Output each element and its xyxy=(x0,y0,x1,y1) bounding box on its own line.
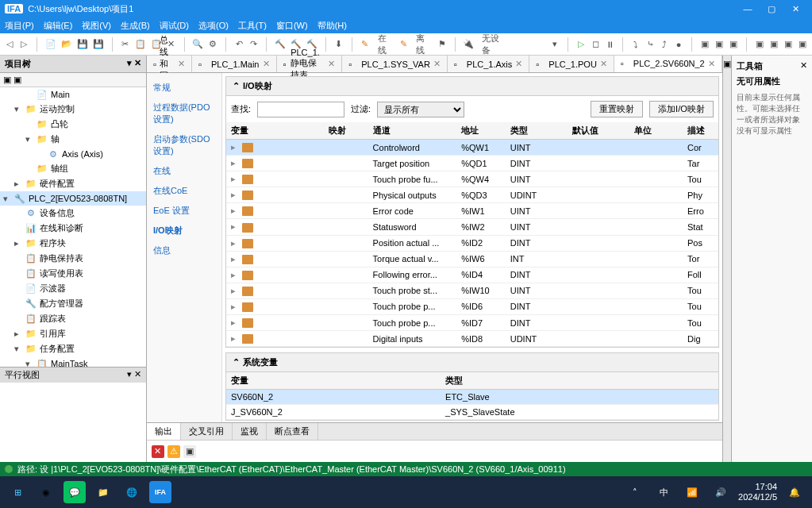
tool3-icon[interactable]: ▣ xyxy=(729,38,738,51)
close-button[interactable]: ✕ xyxy=(783,4,807,14)
editor-tab[interactable]: ▫PLC_1.POU✕ xyxy=(529,56,614,72)
tree-item[interactable]: ▾📁轴 xyxy=(0,132,146,147)
undo-icon[interactable]: ↶ xyxy=(234,38,244,51)
menu-options[interactable]: 选项(O) xyxy=(198,20,229,32)
download-icon[interactable]: ⬇ xyxy=(334,38,344,51)
tree-item[interactable]: ⚙Axis (Axis) xyxy=(0,147,146,161)
filter-select[interactable]: 显示所有 xyxy=(377,102,464,117)
save-all-icon[interactable]: 💾 xyxy=(93,38,104,51)
table-row[interactable]: ▸Target position%QD1DINTTar xyxy=(226,156,718,171)
tree-item[interactable]: 📄示波器 xyxy=(0,281,146,296)
right-tab-icon[interactable]: ▣ xyxy=(723,59,731,69)
toolbox-label[interactable]: 工具箱 xyxy=(737,60,763,72)
menu-tools[interactable]: 工具(T) xyxy=(238,20,267,32)
tree-item[interactable]: ▾🔧PLC_2[EVO523-0808TN] xyxy=(0,191,146,206)
sidebar-dropdown-icon[interactable]: ▾ ✕ xyxy=(127,58,141,70)
step-into-icon[interactable]: ⤷ xyxy=(645,38,655,51)
build-icon[interactable]: 🔨 xyxy=(275,38,286,51)
leftnav-item[interactable]: EoE 设置 xyxy=(147,201,221,221)
sysvar-table[interactable]: 变量类型 SV660N_2ETC_SlaveJ_SV660N_2_SYS_Sla… xyxy=(226,372,718,420)
tree-item[interactable]: ▾📁运动控制 xyxy=(0,102,146,117)
leftnav-item[interactable]: 在线 xyxy=(147,161,221,181)
settings-icon[interactable]: ⚙ xyxy=(208,38,217,51)
project-tree[interactable]: 📄Main▾📁运动控制📁凸轮▾📁轴⚙Axis (Axis)📁轴组▸📁硬件配置▾🔧… xyxy=(0,87,146,367)
tab-crossref[interactable]: 交叉引用 xyxy=(181,423,233,440)
save-icon[interactable]: 💾 xyxy=(77,38,88,51)
volume-icon[interactable]: 🔊 xyxy=(710,481,732,503)
search-icon[interactable]: 🔍 xyxy=(192,38,203,51)
menu-project[interactable]: 项目(P) xyxy=(5,20,34,32)
tree-tool2-icon[interactable]: ▣ xyxy=(13,75,21,84)
editor-tab[interactable]: ▫PLC_1.SYS_VAR✕ xyxy=(342,56,448,72)
collapse-icon[interactable]: ⌃ xyxy=(233,81,240,91)
editor-tab[interactable]: ▫PLC_2.SV660N_2✕ xyxy=(614,56,722,72)
tree-item[interactable]: 📁轴组 xyxy=(0,161,146,176)
tool6-icon[interactable]: ▣ xyxy=(783,38,793,51)
tab-close-icon[interactable]: ✕ xyxy=(178,59,185,69)
tab-close-icon[interactable]: ✕ xyxy=(433,59,441,69)
new-icon[interactable]: 📄 xyxy=(45,38,56,51)
start-button[interactable]: ⊞ xyxy=(6,481,29,503)
info-badge[interactable]: ▣ xyxy=(183,445,196,458)
back-icon[interactable]: ◁ xyxy=(5,38,14,51)
copilot-icon[interactable]: ◉ xyxy=(35,481,57,503)
menu-window[interactable]: 窗口(W) xyxy=(276,20,308,32)
tree-item[interactable]: 📄Main xyxy=(0,87,146,102)
flag-icon[interactable]: ⚑ xyxy=(437,38,447,51)
table-row[interactable]: ▸Touch probe p...%ID6DINTTou xyxy=(226,298,718,314)
editor-tab[interactable]: ▫总线和网络✕ xyxy=(147,56,192,72)
leftnav-item[interactable]: 信息 xyxy=(147,241,221,260)
leftnav-item[interactable]: 常规 xyxy=(147,78,221,98)
table-row[interactable]: ▸Controlword%QW1UINTCor xyxy=(226,140,718,156)
maximize-button[interactable]: ▢ xyxy=(760,4,783,14)
tree-item[interactable]: ▾📁任务配置 xyxy=(0,341,146,356)
error-badge[interactable]: ✕ xyxy=(152,445,164,458)
stop-icon[interactable]: ◻ xyxy=(591,38,600,51)
tree-item[interactable]: 📋静电保持表 xyxy=(0,251,146,266)
pencil-icon[interactable]: ✎ xyxy=(360,38,370,51)
table-row[interactable]: ▸Physical outputs%QD3UDINTPhy xyxy=(226,187,718,203)
open-icon[interactable]: 📂 xyxy=(61,38,72,51)
editor-tab[interactable]: ▫PLC_1.静电保持表✕ xyxy=(277,56,343,72)
cut-icon[interactable]: ✂ xyxy=(121,38,130,51)
online-label[interactable]: 在线 xyxy=(375,33,394,56)
tree-item[interactable]: ▸📁引用库 xyxy=(0,326,146,341)
tree-item[interactable]: ▸📁硬件配置 xyxy=(0,176,146,191)
tool1-icon[interactable]: ▣ xyxy=(700,38,710,51)
tool7-icon[interactable]: ▣ xyxy=(798,38,807,51)
tab-breakpoints[interactable]: 断点查看 xyxy=(267,423,318,440)
dropdown-icon[interactable]: ▾ xyxy=(550,38,560,51)
reset-mapping-button[interactable]: 重置映射 xyxy=(591,101,643,117)
redo-icon[interactable]: ↷ xyxy=(248,38,258,51)
tree-item[interactable]: ⚙设备信息 xyxy=(0,206,146,221)
tree-tool1-icon[interactable]: ▣ xyxy=(3,75,11,84)
step-over-icon[interactable]: ⤵ xyxy=(631,38,641,51)
table-row[interactable]: ▸Touch probe p...%ID7DINTTou xyxy=(226,315,718,331)
props-close-icon[interactable]: ✕ xyxy=(800,60,807,72)
tab-close-icon[interactable]: ✕ xyxy=(708,59,715,69)
tool2-icon[interactable]: ▣ xyxy=(714,38,724,51)
add-io-button[interactable]: 添加I/O映射 xyxy=(649,101,714,117)
tab-watch[interactable]: 监视 xyxy=(233,423,267,440)
warning-badge[interactable]: ⚠ xyxy=(167,445,180,458)
menu-help[interactable]: 帮助(H) xyxy=(317,20,347,32)
tab-close-icon[interactable]: ✕ xyxy=(515,59,522,69)
ime-icon[interactable]: 中 xyxy=(652,481,675,503)
table-row[interactable]: SV660N_2ETC_Slave xyxy=(226,390,718,405)
tree-item[interactable]: ▾📋MainTask xyxy=(0,356,146,367)
notifications-icon[interactable]: 🔔 xyxy=(783,481,806,503)
tab-close-icon[interactable]: ✕ xyxy=(328,59,335,69)
menu-build[interactable]: 生成(B) xyxy=(121,20,150,32)
table-row[interactable]: ▸Statusword%IW2UINTStat xyxy=(226,219,718,235)
tab-output[interactable]: 输出 xyxy=(147,423,181,440)
collapse-icon[interactable]: ⌃ xyxy=(233,357,240,368)
app-task-icon[interactable]: IFA xyxy=(149,481,171,503)
table-row[interactable]: ▸Touch probe fu...%QW4UINTTou xyxy=(226,171,718,187)
leftnav-item[interactable]: I/O映射 xyxy=(147,221,221,241)
edge-icon[interactable]: 🌐 xyxy=(121,481,143,503)
tree-item[interactable]: 📊在线和诊断 xyxy=(0,221,146,236)
wifi-icon[interactable]: 📶 xyxy=(681,481,703,503)
table-row[interactable]: ▸Torque actual v...%IW6INTTor xyxy=(226,251,718,267)
play-icon[interactable]: ▷ xyxy=(576,38,586,51)
io-table[interactable]: 变量映射通道地址类型默认值单位描述 ▸Controlword%QW1UINTCo… xyxy=(226,122,718,347)
